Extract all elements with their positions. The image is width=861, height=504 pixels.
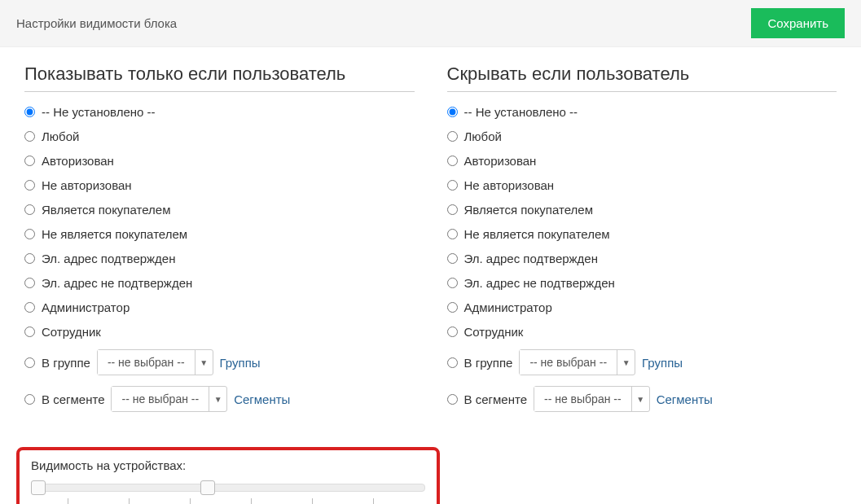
hide-heading: Скрывать если пользователь [447, 64, 837, 92]
hide-opt-not-buyer[interactable]: Не является покупателем [447, 227, 837, 241]
show-opt-not-authorized[interactable]: Не авторизован [24, 178, 415, 192]
show-opt-email-ok[interactable]: Эл. адрес подтвержден [24, 252, 415, 265]
label-any: Любой [464, 129, 502, 143]
show-heading: Показывать только если пользователь [24, 64, 415, 92]
radio-any[interactable] [24, 131, 35, 142]
radio-segment[interactable] [447, 394, 458, 405]
radio-email-ok[interactable] [24, 253, 35, 264]
hide-opt-email-ok[interactable]: Эл. адрес подтвержден [447, 252, 837, 265]
label-staff: Сотрудник [42, 325, 101, 339]
label-not-authorized: Не авторизован [464, 178, 555, 192]
slider-handle-min[interactable] [31, 480, 46, 495]
segment-select[interactable]: -- не выбран -- ▼ [111, 386, 227, 412]
radio-not-authorized[interactable] [24, 180, 35, 191]
hide-opt-segment[interactable]: В сегменте -- не выбран -- ▼ Сегменты [447, 386, 837, 412]
hide-opt-group[interactable]: В группе -- не выбран -- ▼ Группы [447, 349, 837, 375]
slider-handle-max[interactable] [200, 480, 215, 495]
label-segment: В сегменте [464, 392, 527, 406]
save-button[interactable]: Сохранить [751, 8, 845, 38]
label-admin: Администратор [464, 300, 552, 314]
hide-opt-not-authorized[interactable]: Не авторизован [447, 178, 837, 192]
radio-not-set[interactable] [24, 107, 35, 117]
label-admin: Администратор [42, 300, 130, 314]
segment-select[interactable]: -- не выбран -- ▼ [534, 386, 650, 412]
label-email-no: Эл. адрес не подтвержден [464, 276, 615, 290]
radio-not-set[interactable] [447, 107, 458, 117]
radio-buyer[interactable] [447, 204, 458, 215]
group-select-value: -- не выбран -- [520, 350, 617, 375]
show-opt-buyer[interactable]: Является покупателем [24, 203, 415, 217]
show-opt-email-no[interactable]: Эл. адрес не подтвержден [24, 276, 415, 290]
group-select[interactable]: -- не выбран -- ▼ [97, 349, 213, 375]
device-range-slider[interactable] [31, 480, 425, 497]
groups-link[interactable]: Группы [220, 356, 261, 370]
chevron-down-icon[interactable]: ▼ [617, 350, 635, 375]
device-title: Видимость на устройствах: [31, 458, 425, 472]
label-authorized: Авторизован [42, 154, 114, 168]
show-opt-authorized[interactable]: Авторизован [24, 154, 415, 168]
radio-buyer[interactable] [24, 204, 35, 215]
radio-staff[interactable] [447, 327, 458, 337]
show-column: Показывать только если пользователь -- Н… [24, 64, 415, 423]
label-not-set: -- Не установлено -- [42, 105, 156, 119]
radio-staff[interactable] [24, 327, 35, 337]
radio-group[interactable] [447, 357, 458, 368]
radio-any[interactable] [447, 131, 458, 142]
radio-not-buyer[interactable] [24, 229, 35, 239]
radio-segment[interactable] [24, 394, 35, 405]
hide-opt-buyer[interactable]: Является покупателем [447, 203, 837, 217]
radio-email-ok[interactable] [447, 253, 458, 264]
label-not-set: -- Не установлено -- [464, 105, 578, 119]
label-email-no: Эл. адрес не подтвержден [42, 276, 192, 290]
segment-select-value: -- не выбран -- [534, 387, 631, 411]
label-group: В группе [42, 356, 90, 370]
label-group: В группе [464, 356, 513, 370]
radio-group[interactable] [24, 357, 35, 368]
radio-email-no[interactable] [447, 278, 458, 288]
radio-not-authorized[interactable] [447, 180, 458, 191]
radio-admin[interactable] [447, 302, 458, 313]
group-select-value: -- не выбран -- [98, 350, 195, 375]
header-bar: Настройки видимости блока Сохранить [0, 0, 861, 47]
label-not-buyer: Не является покупателем [464, 227, 610, 241]
show-opt-group[interactable]: В группе -- не выбран -- ▼ Группы [24, 349, 415, 375]
label-buyer: Является покупателем [42, 203, 170, 217]
show-opt-segment[interactable]: В сегменте -- не выбран -- ▼ Сегменты [24, 386, 415, 412]
chevron-down-icon[interactable]: ▼ [195, 350, 213, 375]
label-staff: Сотрудник [464, 325, 524, 339]
group-select[interactable]: -- не выбран -- ▼ [519, 349, 635, 375]
groups-link[interactable]: Группы [642, 356, 683, 370]
label-not-buyer: Не является покупателем [42, 227, 187, 241]
hide-column: Скрывать если пользователь -- Не установ… [447, 64, 837, 423]
chevron-down-icon[interactable]: ▼ [209, 387, 226, 411]
main-content: Показывать только если пользователь -- Н… [0, 47, 861, 447]
show-opt-admin[interactable]: Администратор [24, 300, 415, 314]
hide-opt-not-set[interactable]: -- Не установлено -- [447, 105, 837, 119]
radio-not-buyer[interactable] [447, 229, 458, 239]
label-email-ok: Эл. адрес подтвержден [464, 252, 598, 265]
label-email-ok: Эл. адрес подтвержден [42, 252, 175, 265]
show-opt-any[interactable]: Любой [24, 129, 415, 143]
hide-opt-admin[interactable]: Администратор [447, 300, 837, 314]
slider-ticks [37, 498, 419, 504]
show-opt-not-set[interactable]: -- Не установлено -- [24, 105, 415, 119]
radio-admin[interactable] [24, 302, 35, 313]
hide-opt-authorized[interactable]: Авторизован [447, 154, 837, 168]
radio-authorized[interactable] [447, 156, 458, 166]
device-visibility-box: Видимость на устройствах: 320px iPhone X… [16, 447, 440, 504]
hide-opt-any[interactable]: Любой [447, 129, 837, 143]
segments-link[interactable]: Сегменты [657, 392, 713, 406]
label-authorized: Авторизован [464, 154, 537, 168]
hide-opt-email-no[interactable]: Эл. адрес не подтвержден [447, 276, 837, 290]
label-not-authorized: Не авторизован [42, 178, 132, 192]
chevron-down-icon[interactable]: ▼ [631, 387, 649, 411]
segment-select-value: -- не выбран -- [112, 387, 209, 411]
show-opt-not-buyer[interactable]: Не является покупателем [24, 227, 415, 241]
page-title: Настройки видимости блока [16, 16, 177, 30]
show-opt-staff[interactable]: Сотрудник [24, 325, 415, 339]
hide-opt-staff[interactable]: Сотрудник [447, 325, 837, 339]
radio-authorized[interactable] [24, 156, 35, 166]
radio-email-no[interactable] [24, 278, 35, 288]
segments-link[interactable]: Сегменты [234, 392, 290, 406]
slider-track [31, 484, 425, 492]
